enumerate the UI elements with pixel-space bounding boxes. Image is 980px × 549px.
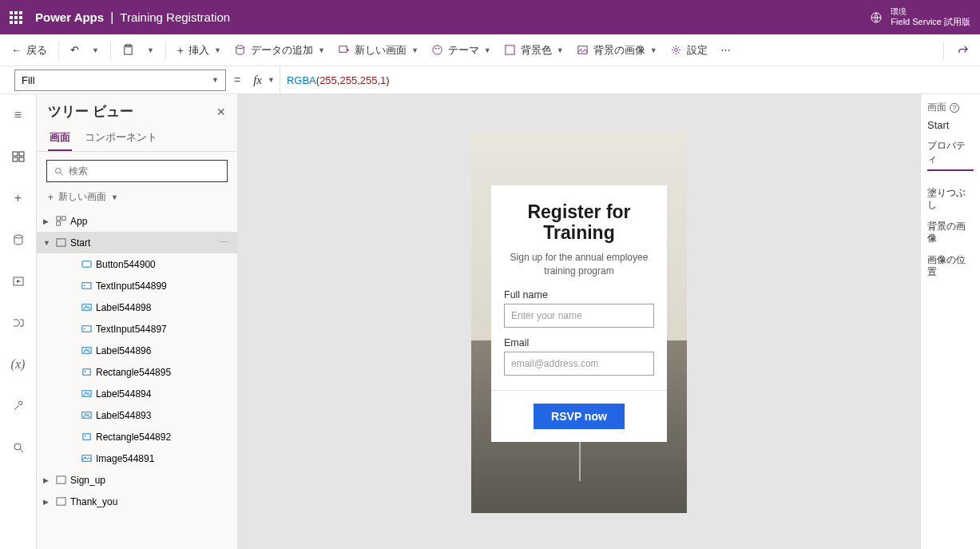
tree-node-signup[interactable]: ▶ Sign_up xyxy=(37,469,237,491)
flow-rail-icon[interactable] xyxy=(6,310,31,336)
undo-dropdown[interactable]: ▼ xyxy=(87,43,104,58)
bgimage-button[interactable]: 背景の画像 ▼ xyxy=(572,40,662,61)
share-button[interactable] xyxy=(952,41,974,59)
start-label: Start xyxy=(70,237,90,249)
media-rail-icon[interactable] xyxy=(6,269,31,294)
hamburger-icon[interactable]: ≡ xyxy=(6,102,31,128)
svg-point-5 xyxy=(433,46,442,54)
chevron-down-icon: ▼ xyxy=(92,46,99,54)
close-icon[interactable]: ✕ xyxy=(216,105,226,118)
back-button[interactable]: ← 戻る xyxy=(6,40,52,61)
paste-button[interactable] xyxy=(117,41,139,59)
svg-rect-12 xyxy=(13,152,18,156)
add-data-button[interactable]: データの追加 ▼ xyxy=(229,40,330,61)
tree-node-control[interactable]: Rectangle544895 xyxy=(37,361,237,383)
tree-node-start[interactable]: ▼ Start ⋯ xyxy=(37,232,237,253)
prop-imagepos[interactable]: 画像の位置 xyxy=(927,249,974,283)
formula-input[interactable]: RGBA(255, 255, 255, 1) xyxy=(280,66,980,93)
settings-label: 設定 xyxy=(687,43,708,58)
tree-search-input[interactable] xyxy=(69,165,220,177)
tree-view-icon[interactable] xyxy=(6,144,31,169)
chevron-down-icon: ▼ xyxy=(484,46,491,54)
color-icon xyxy=(504,44,516,56)
tree-view-panel: ツリー ビュー ✕ 画面 コンポーネント + 新しい画面 ▼ ▶ App ▼ xyxy=(37,94,238,549)
tree-node-control[interactable]: Label544894 xyxy=(37,383,237,404)
main-area: ≡ + (x) ツリー ビュー ✕ 画面 コンポーネント + 新しい画面 ▼ xyxy=(0,94,980,549)
control-label: Label544894 xyxy=(96,388,151,400)
svg-rect-25 xyxy=(81,283,90,288)
rsvp-button[interactable]: RSVP now xyxy=(534,404,625,429)
app-header: Power Apps | Training Registration 環境 Fi… xyxy=(0,0,980,34)
screen-plus-icon xyxy=(338,44,350,56)
insert-rail-icon[interactable]: + xyxy=(6,185,31,211)
svg-point-18 xyxy=(14,444,21,450)
prop-bgimage[interactable]: 背景の画像 xyxy=(927,216,974,249)
svg-rect-37 xyxy=(56,476,65,483)
theme-label: テーマ xyxy=(448,43,479,58)
environment-label[interactable]: 環境 Field Service 試用版 xyxy=(891,7,970,27)
variables-rail-icon[interactable]: (x) xyxy=(6,352,31,377)
search-icon xyxy=(54,166,64,177)
more-icon[interactable]: ⋯ xyxy=(220,237,229,248)
palette-icon xyxy=(431,44,443,56)
ellipsis-icon: ⋯ xyxy=(720,44,731,56)
tree-list: ▶ App ▼ Start ⋯ Button544900TextInput544… xyxy=(37,210,237,549)
screen-icon xyxy=(55,237,66,249)
property-selector[interactable]: Fill ▼ xyxy=(14,70,226,91)
control-icon xyxy=(81,324,92,335)
more-button[interactable]: ⋯ xyxy=(716,41,736,59)
tree-search[interactable] xyxy=(46,160,228,182)
tab-screens[interactable]: 画面 xyxy=(48,125,72,151)
tree-node-control[interactable]: Button544900 xyxy=(37,253,237,275)
tools-rail-icon[interactable] xyxy=(6,393,31,419)
tree-node-control[interactable]: Image544891 xyxy=(37,448,237,469)
svg-point-3 xyxy=(236,46,244,49)
formula-arg3: 255 xyxy=(360,74,378,86)
info-icon[interactable]: ? xyxy=(950,103,959,113)
canvas[interactable]: Register forTraining Sign up for the ann… xyxy=(238,94,920,549)
bgcolor-label: 背景色 xyxy=(521,43,552,58)
new-screen-link[interactable]: + 新しい画面 ▼ xyxy=(37,187,237,210)
theme-button[interactable]: テーマ ▼ xyxy=(427,40,496,61)
prop-fill[interactable]: 塗りつぶし xyxy=(927,182,974,216)
bgimage-label: 背景の画像 xyxy=(593,43,645,58)
tab-components[interactable]: コンポーネント xyxy=(83,125,159,151)
svg-point-16 xyxy=(14,235,22,238)
tree-node-thankyou[interactable]: ▶ Thank_you xyxy=(37,491,237,512)
waffle-icon[interactable] xyxy=(10,11,22,24)
app-icon xyxy=(55,216,66,227)
tree-node-control[interactable]: Label544893 xyxy=(37,404,237,426)
settings-button[interactable]: 設定 xyxy=(665,40,712,61)
control-label: Label544896 xyxy=(96,345,151,356)
tree-node-app[interactable]: ▶ App xyxy=(37,210,237,232)
fx-icon[interactable]: fx▼ xyxy=(248,74,280,87)
control-icon xyxy=(81,410,92,421)
equals-sign: = xyxy=(234,74,240,86)
new-screen-button[interactable]: 新しい画面 ▼ xyxy=(333,40,423,61)
tree-node-control[interactable]: Label544898 xyxy=(37,296,237,318)
insert-button[interactable]: + 挿入 ▼ xyxy=(173,40,226,61)
tree-node-control[interactable]: Label544896 xyxy=(37,340,237,361)
screen-icon xyxy=(55,475,66,486)
undo-button[interactable]: ↶ xyxy=(65,41,84,59)
tree-node-control[interactable]: Rectangle544892 xyxy=(37,426,237,448)
fullname-input[interactable] xyxy=(504,304,654,328)
back-label: 戻る xyxy=(26,43,47,58)
left-rail: ≡ + (x) xyxy=(0,94,37,549)
email-input[interactable] xyxy=(504,352,654,376)
properties-tab[interactable]: プロパティ xyxy=(927,139,974,171)
formula-arg4: 1 xyxy=(380,74,386,86)
insert-label: 挿入 xyxy=(188,43,209,58)
caret-icon: ▶ xyxy=(43,498,51,506)
tree-node-control[interactable]: TextInput544899 xyxy=(37,275,237,296)
svg-rect-21 xyxy=(61,217,65,221)
properties-panel: 画面 ? Start プロパティ 塗りつぶし 背景の画像 画像の位置 xyxy=(920,94,980,549)
search-rail-icon[interactable] xyxy=(6,435,31,460)
tree-node-control[interactable]: TextInput544897 xyxy=(37,318,237,340)
paste-dropdown[interactable]: ▼ xyxy=(142,43,159,58)
bgcolor-button[interactable]: 背景色 ▼ xyxy=(499,40,569,61)
data-rail-icon[interactable] xyxy=(6,227,31,253)
svg-rect-33 xyxy=(82,434,89,440)
chevron-down-icon: ▼ xyxy=(212,76,219,84)
chevron-down-icon: ▼ xyxy=(650,46,657,54)
